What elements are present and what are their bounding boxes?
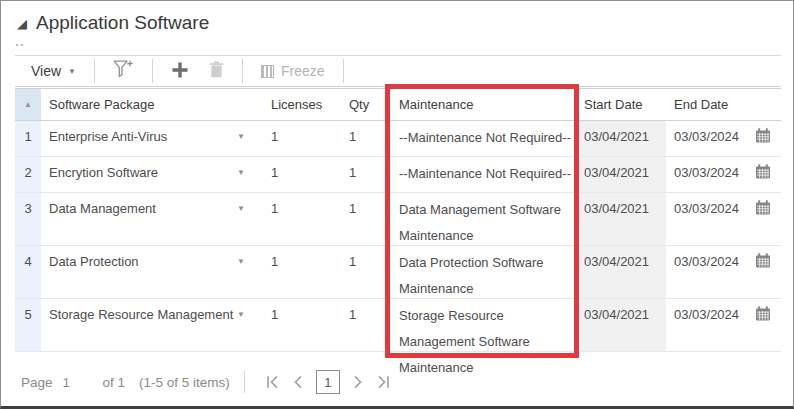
collapse-triangle-icon[interactable]: ◢ bbox=[17, 17, 27, 30]
toolbar: View ▼ bbox=[15, 55, 781, 87]
toolbar-separator bbox=[152, 59, 153, 83]
artifact-dots bbox=[16, 44, 24, 46]
chevron-left-icon bbox=[293, 376, 303, 388]
last-page-button[interactable] bbox=[370, 372, 397, 392]
software-package-value: Data Management bbox=[49, 201, 156, 245]
software-package-value: Encrytion Software bbox=[49, 165, 158, 192]
software-package-value: Storage Resource Management bbox=[49, 307, 233, 351]
column-header-qty[interactable]: Qty bbox=[341, 89, 391, 120]
dropdown-arrow-icon[interactable]: ▼ bbox=[237, 257, 245, 298]
software-package-cell: Enterprise Anti-Virus ▼ bbox=[41, 121, 263, 156]
qty-cell[interactable]: 1 bbox=[341, 193, 391, 245]
column-header-end-date[interactable]: End Date bbox=[666, 89, 781, 120]
current-page-button[interactable]: 1 bbox=[316, 370, 340, 394]
start-date-cell: 03/04/2021 bbox=[576, 299, 666, 351]
row-number-cell: 2 bbox=[15, 157, 41, 192]
delete-row-button[interactable] bbox=[199, 57, 234, 85]
calendar-icon[interactable] bbox=[755, 306, 771, 324]
licenses-cell[interactable]: 1 bbox=[263, 299, 341, 351]
maintenance-cell[interactable]: Data Management Software Maintenance bbox=[391, 193, 576, 245]
page-of-label: of 1 bbox=[103, 375, 126, 390]
maintenance-cell[interactable]: Data Protection Software Maintenance bbox=[391, 246, 576, 298]
licenses-cell[interactable]: 1 bbox=[263, 121, 341, 156]
column-header-start-date[interactable]: Start Date bbox=[576, 89, 666, 120]
end-date-value[interactable]: 03/03/2024 bbox=[674, 165, 739, 180]
view-menu-label: View bbox=[31, 63, 61, 79]
column-header-licenses[interactable]: Licenses bbox=[263, 89, 341, 120]
end-date-cell: 03/03/2024 bbox=[666, 157, 781, 192]
calendar-icon[interactable] bbox=[755, 200, 771, 218]
filter-add-icon bbox=[113, 60, 134, 82]
end-date-cell: 03/03/2024 bbox=[666, 121, 781, 156]
calendar-icon[interactable] bbox=[755, 164, 771, 182]
next-page-button[interactable] bbox=[346, 372, 370, 392]
dropdown-arrow-icon[interactable]: ▼ bbox=[237, 310, 245, 351]
chevron-down-icon: ▼ bbox=[68, 67, 76, 76]
dropdown-arrow-icon[interactable]: ▼ bbox=[237, 168, 245, 192]
panel-header: ◢ Application Software bbox=[17, 12, 209, 34]
freeze-button[interactable]: Freeze bbox=[251, 59, 335, 83]
paginator: Page 1 of 1 (1-5 of 5 items) 1 bbox=[15, 366, 781, 398]
table-header-row: ▲ Software Package Licenses Qty Maintena… bbox=[15, 88, 781, 121]
toolbar-separator bbox=[94, 59, 95, 83]
toolbar-separator bbox=[242, 59, 243, 83]
table-row[interactable]: 1 Enterprise Anti-Virus ▼ 1 1 --Maintena… bbox=[15, 121, 781, 157]
software-package-cell: Data Protection ▼ bbox=[41, 246, 263, 298]
licenses-cell[interactable]: 1 bbox=[263, 193, 341, 245]
application-software-panel: ◢ Application Software View ▼ bbox=[0, 0, 794, 409]
end-date-cell: 03/03/2024 bbox=[666, 299, 781, 351]
dropdown-arrow-icon[interactable]: ▼ bbox=[237, 204, 245, 245]
calendar-icon[interactable] bbox=[755, 253, 771, 271]
trash-icon bbox=[209, 61, 224, 81]
end-date-cell: 03/03/2024 bbox=[666, 193, 781, 245]
column-header-maintenance[interactable]: Maintenance bbox=[391, 89, 576, 120]
column-header-software-package[interactable]: Software Package bbox=[41, 89, 263, 120]
first-page-button[interactable] bbox=[259, 372, 286, 392]
dropdown-arrow-icon[interactable]: ▼ bbox=[237, 132, 245, 156]
qty-cell[interactable]: 1 bbox=[341, 299, 391, 351]
calendar-icon[interactable] bbox=[755, 128, 771, 146]
maintenance-cell[interactable]: --Maintenance Not Required-- bbox=[391, 157, 576, 192]
freeze-label: Freeze bbox=[281, 63, 325, 79]
end-date-value[interactable]: 03/03/2024 bbox=[674, 129, 739, 144]
panel-title: Application Software bbox=[36, 12, 209, 34]
view-menu-button[interactable]: View ▼ bbox=[21, 59, 86, 83]
table-row[interactable]: 2 Encrytion Software ▼ 1 1 --Maintenance… bbox=[15, 157, 781, 193]
software-package-cell: Storage Resource Management ▼ bbox=[41, 299, 263, 351]
table-row[interactable]: 5 Storage Resource Management ▼ 1 1 Stor… bbox=[15, 299, 781, 352]
qty-cell[interactable]: 1 bbox=[341, 121, 391, 156]
software-package-value: Enterprise Anti-Virus bbox=[49, 129, 167, 156]
end-date-value[interactable]: 03/03/2024 bbox=[674, 307, 739, 322]
add-row-button[interactable] bbox=[161, 57, 199, 86]
previous-page-button[interactable] bbox=[286, 372, 310, 392]
row-number-cell: 5 bbox=[15, 299, 41, 351]
end-date-cell: 03/03/2024 bbox=[666, 246, 781, 298]
items-count-label: (1-5 of 5 items) bbox=[139, 375, 230, 390]
start-date-cell: 03/04/2021 bbox=[576, 121, 666, 156]
page-label: Page bbox=[21, 375, 53, 390]
last-page-icon bbox=[377, 376, 390, 388]
row-number-cell: 4 bbox=[15, 246, 41, 298]
first-page-icon bbox=[266, 376, 279, 388]
toolbar-separator bbox=[343, 59, 344, 83]
licenses-cell[interactable]: 1 bbox=[263, 246, 341, 298]
filter-button[interactable] bbox=[103, 56, 144, 86]
table-row[interactable]: 4 Data Protection ▼ 1 1 Data Protection … bbox=[15, 246, 781, 299]
start-date-cell: 03/04/2021 bbox=[576, 246, 666, 298]
table-row[interactable]: 3 Data Management ▼ 1 1 Data Management … bbox=[15, 193, 781, 246]
maintenance-cell[interactable]: Storage Resource Management Software Mai… bbox=[391, 299, 576, 351]
end-date-value[interactable]: 03/03/2024 bbox=[674, 254, 739, 269]
row-number-header[interactable]: ▲ bbox=[15, 89, 41, 120]
qty-cell[interactable]: 1 bbox=[341, 246, 391, 298]
maintenance-cell[interactable]: --Maintenance Not Required-- bbox=[391, 121, 576, 156]
start-date-cell: 03/04/2021 bbox=[576, 193, 666, 245]
sort-ascending-icon[interactable]: ▲ bbox=[24, 100, 32, 109]
software-table: ▲ Software Package Licenses Qty Maintena… bbox=[15, 88, 781, 352]
qty-cell[interactable]: 1 bbox=[341, 157, 391, 192]
page-number-input[interactable]: 1 bbox=[63, 375, 97, 390]
licenses-cell[interactable]: 1 bbox=[263, 157, 341, 192]
row-number-cell: 1 bbox=[15, 121, 41, 156]
software-package-value: Data Protection bbox=[49, 254, 139, 298]
end-date-value[interactable]: 03/03/2024 bbox=[674, 201, 739, 216]
start-date-cell: 03/04/2021 bbox=[576, 157, 666, 192]
